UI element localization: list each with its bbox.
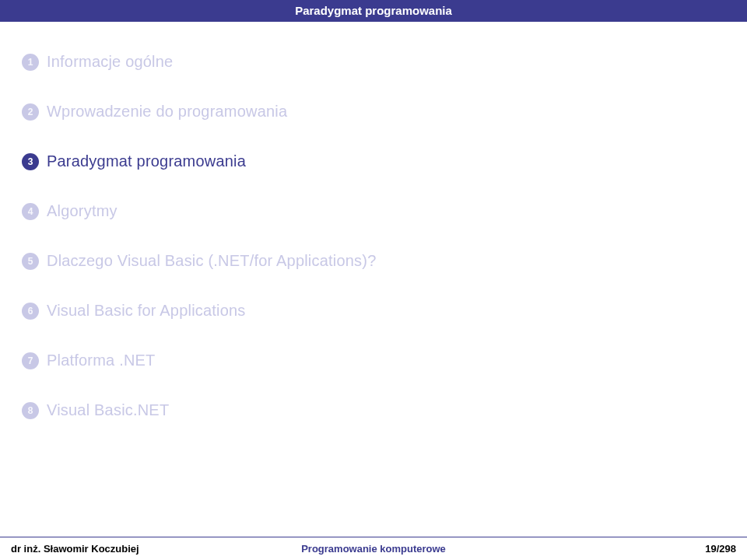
toc-badge: 1 bbox=[22, 54, 39, 71]
toc-item-1[interactable]: 1 Informacje ogólne bbox=[22, 53, 731, 71]
toc-list: 1 Informacje ogólne 2 Wprowadzenie do pr… bbox=[0, 22, 747, 560]
toc-badge: 8 bbox=[22, 402, 39, 419]
toc-badge: 4 bbox=[22, 203, 39, 220]
toc-label: Platforma .NET bbox=[47, 352, 156, 369]
toc-item-2[interactable]: 2 Wprowadzenie do programowania bbox=[22, 103, 731, 121]
toc-label: Paradygmat programowania bbox=[47, 152, 246, 170]
toc-badge: 6 bbox=[22, 303, 39, 320]
toc-item-7[interactable]: 7 Platforma .NET bbox=[22, 352, 731, 369]
toc-item-4[interactable]: 4 Algorytmy bbox=[22, 202, 731, 220]
slide-header: Paradygmat programowania bbox=[0, 0, 747, 22]
footer-title: Programowanie komputerowe bbox=[301, 543, 446, 555]
toc-label: Dlaczego Visual Basic (.NET/for Applicat… bbox=[47, 252, 376, 270]
toc-badge: 7 bbox=[22, 352, 39, 369]
toc-badge: 3 bbox=[22, 153, 39, 170]
footer-author: dr inż. Sławomir Koczubiej bbox=[11, 543, 139, 555]
toc-label: Wprowadzenie do programowania bbox=[47, 103, 287, 121]
toc-label: Visual Basic.NET bbox=[47, 401, 169, 419]
toc-badge: 2 bbox=[22, 103, 39, 121]
toc-item-8[interactable]: 8 Visual Basic.NET bbox=[22, 401, 731, 419]
toc-label: Informacje ogólne bbox=[47, 53, 173, 71]
toc-item-6[interactable]: 6 Visual Basic for Applications bbox=[22, 302, 731, 320]
footer-page-number: 19/298 bbox=[705, 543, 736, 555]
toc-label: Visual Basic for Applications bbox=[47, 302, 246, 320]
slide: Paradygmat programowania 1 Informacje og… bbox=[0, 0, 747, 560]
toc-badge: 5 bbox=[22, 253, 39, 270]
slide-footer: dr inż. Sławomir Koczubiej Programowanie… bbox=[0, 537, 747, 560]
toc-label: Algorytmy bbox=[47, 202, 117, 220]
toc-item-5[interactable]: 5 Dlaczego Visual Basic (.NET/for Applic… bbox=[22, 252, 731, 270]
toc-item-3[interactable]: 3 Paradygmat programowania bbox=[22, 152, 731, 170]
header-title: Paradygmat programowania bbox=[295, 4, 452, 17]
